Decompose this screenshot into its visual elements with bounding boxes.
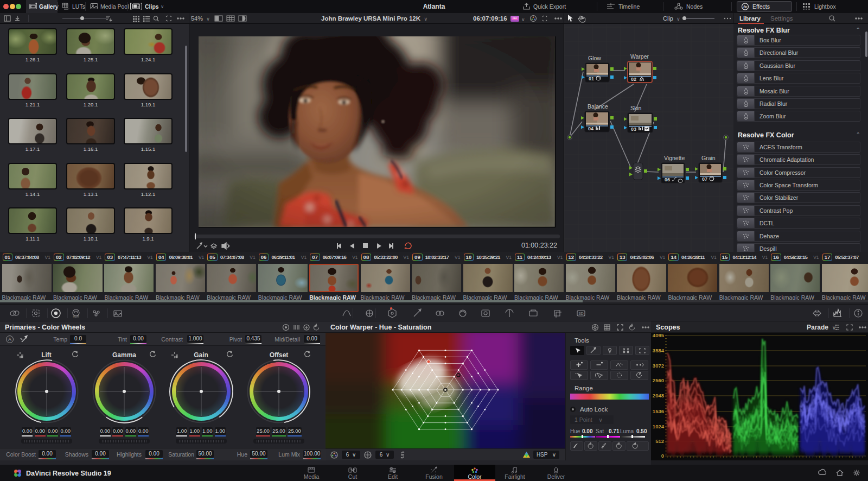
svg-text:02: 02	[631, 77, 636, 82]
svg-text:Glow: Glow	[588, 55, 601, 61]
svg-text:Skin: Skin	[630, 105, 642, 111]
svg-text:fx: fx	[743, 4, 747, 9]
svg-text:Warper: Warper	[630, 53, 649, 60]
svg-text:01: 01	[589, 76, 594, 81]
svg-text:512: 512	[655, 438, 664, 444]
svg-text:07: 07	[702, 176, 707, 182]
svg-text:1536: 1536	[653, 408, 664, 414]
svg-text:06: 06	[665, 177, 670, 182]
svg-text:HDR: HDR	[73, 315, 79, 318]
svg-text:03: 03	[631, 126, 636, 132]
svg-text:4095: 4095	[653, 333, 665, 338]
svg-text:A: A	[8, 337, 11, 342]
svg-text:Vignette: Vignette	[664, 155, 685, 161]
svg-text:3072: 3072	[653, 363, 664, 369]
svg-text:3D: 3D	[579, 312, 584, 315]
svg-text:2048: 2048	[653, 393, 664, 398]
svg-text:1024: 1024	[653, 423, 665, 429]
svg-text:Balance: Balance	[588, 103, 608, 110]
svg-text:3584: 3584	[653, 347, 665, 353]
svg-text:0: 0	[661, 453, 664, 459]
svg-text:Grain: Grain	[701, 155, 716, 161]
svg-text:04: 04	[588, 126, 593, 131]
svg-text:2560: 2560	[653, 377, 664, 383]
